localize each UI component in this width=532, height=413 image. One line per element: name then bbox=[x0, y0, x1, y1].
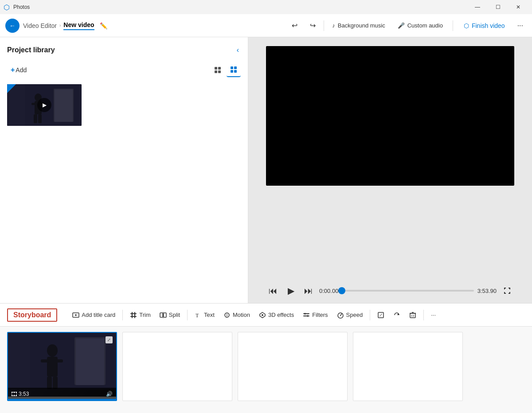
svg-rect-46 bbox=[8, 333, 30, 390]
storyboard-toolbar: Storyboard Add title card Trim bbox=[0, 304, 532, 327]
view-toggle bbox=[211, 63, 241, 77]
speed-button[interactable]: Speed bbox=[332, 309, 368, 321]
filters-button[interactable]: Filters bbox=[298, 309, 332, 321]
toolbar-center: ↩ ↪ bbox=[287, 19, 320, 32]
back-button[interactable]: ← bbox=[5, 19, 20, 33]
breadcrumb-separator: › bbox=[59, 23, 61, 28]
fullscreen-button[interactable] bbox=[500, 284, 514, 298]
playback-controls: ⏮ ▶ ⏭ 0:00.00 3:53.90 bbox=[266, 280, 514, 298]
list-icon bbox=[230, 66, 237, 73]
play-overlay-button[interactable]: ▶ bbox=[37, 98, 51, 112]
clip-progress-bar bbox=[8, 399, 116, 400]
svg-rect-16 bbox=[34, 114, 37, 123]
svg-rect-7 bbox=[234, 70, 237, 73]
sb-divider-2 bbox=[187, 310, 188, 320]
panel-tools: + Add bbox=[7, 63, 241, 77]
clip-resize-handle[interactable]: ⤢ bbox=[106, 336, 113, 343]
speed-label: Speed bbox=[346, 312, 363, 318]
svg-rect-52 bbox=[55, 359, 63, 362]
svg-rect-58 bbox=[16, 392, 17, 393]
motion-label: Motion bbox=[233, 312, 250, 318]
svg-rect-3 bbox=[218, 70, 221, 73]
project-library-panel: Project library ‹ + Add bbox=[0, 37, 248, 303]
text-label: Text bbox=[204, 312, 215, 318]
custom-audio-button[interactable]: 🎤 Custom audio bbox=[393, 19, 447, 31]
text-button[interactable]: T Text bbox=[190, 309, 219, 321]
svg-rect-59 bbox=[12, 395, 12, 396]
finish-video-label: Finish video bbox=[472, 22, 505, 29]
breadcrumb-current: New video bbox=[63, 21, 94, 30]
text-icon: T bbox=[195, 312, 202, 319]
media-corner-indicator bbox=[7, 84, 16, 93]
music-icon: ♪ bbox=[332, 22, 335, 29]
split-button[interactable]: Split bbox=[155, 309, 184, 321]
redo-button[interactable]: ↪ bbox=[305, 19, 320, 32]
svg-rect-60 bbox=[14, 395, 15, 396]
svg-rect-4 bbox=[231, 66, 233, 69]
delete-button[interactable] bbox=[405, 309, 421, 321]
preview-panel: ⏮ ▶ ⏭ 0:00.00 3:53.90 bbox=[248, 37, 532, 303]
video-preview bbox=[266, 46, 514, 186]
3d-effects-label: 3D effects bbox=[268, 312, 294, 318]
resize-button[interactable] bbox=[373, 309, 389, 321]
storyboard-label[interactable]: Storyboard bbox=[7, 308, 57, 322]
background-music-button[interactable]: ♪ Background music bbox=[328, 19, 389, 31]
breadcrumb: Video Editor › New video bbox=[23, 21, 94, 30]
svg-point-38 bbox=[340, 315, 341, 316]
list-view-button[interactable] bbox=[227, 63, 241, 77]
share-icon: ⬡ bbox=[464, 22, 469, 29]
effects-icon bbox=[259, 312, 266, 319]
svg-point-31 bbox=[262, 314, 263, 316]
3d-effects-button[interactable]: 3D effects bbox=[254, 309, 298, 321]
rotate-button[interactable] bbox=[389, 309, 405, 321]
close-button[interactable]: ✕ bbox=[508, 0, 528, 14]
media-item[interactable]: ▶ bbox=[7, 84, 82, 126]
svg-point-49 bbox=[47, 344, 58, 357]
bg-music-label: Background music bbox=[338, 22, 385, 29]
svg-rect-24 bbox=[134, 312, 135, 318]
svg-rect-5 bbox=[234, 66, 237, 69]
panel-collapse-button[interactable]: ‹ bbox=[235, 44, 241, 56]
motion-button[interactable]: Motion bbox=[219, 309, 254, 321]
rotate-icon bbox=[393, 312, 400, 319]
clip-info-bar: 3:53 🔊 bbox=[8, 388, 116, 400]
grid-icon bbox=[214, 66, 221, 74]
svg-rect-51 bbox=[41, 359, 49, 362]
skip-forward-button[interactable]: ⏭ bbox=[301, 284, 316, 298]
motion-icon bbox=[223, 312, 231, 319]
add-title-card-label: Add title card bbox=[82, 312, 115, 318]
minimize-button[interactable]: — bbox=[467, 0, 488, 14]
edit-icon[interactable]: ✏️ bbox=[100, 22, 107, 29]
play-button[interactable]: ▶ bbox=[284, 284, 298, 298]
add-title-card-button[interactable]: Add title card bbox=[68, 309, 120, 321]
panel-title: Project library bbox=[7, 46, 55, 54]
clip-audio-icon: 🔊 bbox=[106, 391, 113, 397]
progress-bar[interactable] bbox=[342, 290, 473, 292]
svg-rect-35 bbox=[307, 315, 308, 317]
storyboard-content: ⤢ 3:53 🔊 bbox=[0, 327, 532, 413]
undo-button[interactable]: ↩ bbox=[287, 19, 302, 32]
clip-duration: 3:53 bbox=[12, 391, 29, 397]
clip-thumbnail bbox=[8, 333, 116, 397]
breadcrumb-parent[interactable]: Video Editor bbox=[23, 22, 57, 29]
maximize-button[interactable]: ☐ bbox=[488, 0, 508, 14]
add-media-button[interactable]: + Add bbox=[7, 64, 30, 76]
clip-duration-text: 3:53 bbox=[19, 391, 29, 397]
speed-icon bbox=[337, 312, 344, 319]
svg-text:T: T bbox=[196, 312, 199, 319]
svg-rect-33 bbox=[305, 313, 305, 315]
titlebar-controls: — ☐ ✕ bbox=[467, 0, 528, 14]
skip-back-button[interactable]: ⏮ bbox=[266, 284, 280, 298]
finish-video-button[interactable]: ⬡ Finish video bbox=[458, 19, 510, 32]
trim-button[interactable]: Trim bbox=[125, 309, 155, 321]
storyboard-more-button[interactable]: ··· bbox=[426, 309, 440, 321]
storyboard-empty-slot-1 bbox=[122, 332, 232, 401]
toolbar-more-button[interactable]: ··· bbox=[514, 19, 527, 32]
svg-rect-26 bbox=[164, 313, 166, 317]
grid-view-button[interactable] bbox=[211, 63, 225, 77]
undo-icon: ↩ bbox=[292, 21, 297, 30]
split-icon bbox=[160, 312, 167, 319]
resize-icon bbox=[377, 312, 384, 319]
filters-icon bbox=[303, 312, 310, 319]
storyboard-clip-1[interactable]: ⤢ 3:53 🔊 bbox=[7, 332, 117, 401]
